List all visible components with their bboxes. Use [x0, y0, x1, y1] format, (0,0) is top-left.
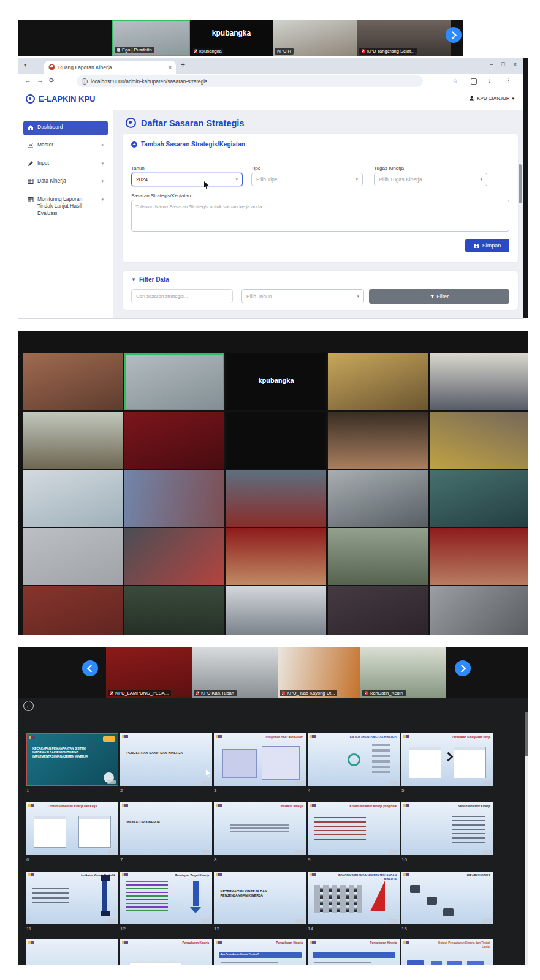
video-tile[interactable] [328, 470, 428, 527]
slide-thumbnail[interactable]: Penetapan Target Kinerja [120, 872, 212, 924]
slide-thumbnail[interactable]: Indikator Kinerja Berbalik [26, 872, 118, 924]
tugas-kinerja-select[interactable]: Pilih Tugas Kinerja▾ [374, 173, 487, 186]
video-tile[interactable] [124, 353, 224, 410]
field-label: Tahun [131, 165, 145, 171]
video-tile[interactable] [328, 528, 428, 585]
tahun-select[interactable]: 2024▾ [131, 173, 243, 186]
slide-title: Pengukuran Kinerja [241, 941, 303, 945]
new-tab-button[interactable]: + [181, 61, 185, 69]
slide-thumbnail[interactable]: HIRARKI LOGIKA [401, 872, 493, 924]
next-participants-button[interactable] [455, 660, 471, 676]
video-tile[interactable] [124, 528, 224, 585]
address-field[interactable]: i localhost:8000/admin-kabupaten/sasaran… [77, 75, 423, 87]
video-tile[interactable] [430, 353, 528, 410]
slide-thumbnail[interactable]: Contoh Perbedaan Kinerja dan Kerja [26, 802, 118, 855]
video-tile[interactable] [23, 470, 123, 527]
prev-participants-button[interactable] [82, 660, 98, 676]
participant-tile[interactable]: KPU_ Kab Kayong Ut... [278, 647, 360, 698]
video-tile[interactable] [124, 412, 224, 469]
video-tile[interactable] [430, 528, 528, 585]
slide-thumbnail[interactable]: Pengukuran KinerjaApa Pengukuran Kinerja… [214, 939, 306, 965]
participant-tile[interactable]: KPU_LAMPUNG_PESA... [106, 647, 192, 698]
save-button[interactable]: Simpan [465, 239, 509, 252]
video-tile[interactable]: kpubangka [226, 353, 326, 410]
sidebar-item-input[interactable]: Input▾ [23, 157, 108, 172]
slide-thumbnail[interactable]: Indikator Kinerja [214, 802, 306, 855]
caret-down-icon: ▾ [101, 142, 104, 148]
video-tile[interactable] [124, 470, 224, 527]
video-tile[interactable] [430, 412, 528, 469]
participant-tile[interactable]: RenDatin_Kediri [360, 647, 446, 698]
video-tile[interactable] [124, 586, 224, 635]
sidebar-item-master[interactable]: Master▾ [23, 138, 108, 153]
bookmark-star-icon[interactable]: ☆ [452, 77, 458, 85]
slide-thumbnail[interactable]: KETERKAITAN KINERJA DAN PENJENJANGAN KIN… [214, 872, 306, 924]
video-tile[interactable] [226, 470, 326, 527]
slide-thumbnail[interactable]: Satuan Indikator Kinerja [401, 802, 493, 855]
tab-close-icon[interactable]: × [169, 64, 172, 70]
sidebar: DashboardMaster▾Input▾Data Kinerja▾Monit… [18, 110, 113, 318]
tab-search-icon[interactable]: ▾ [24, 62, 26, 68]
slide-thumbnail[interactable]: Output Pengukuran Kinerja dan Tindak Lan… [401, 939, 493, 965]
filter-button[interactable]: ▼ Filter [369, 289, 509, 304]
participant-tile[interactable]: KPU R [273, 20, 357, 56]
video-tile[interactable] [23, 412, 123, 469]
video-tile[interactable] [430, 470, 528, 527]
next-participants-button[interactable] [446, 27, 462, 43]
video-tile[interactable] [328, 353, 428, 410]
sorter-scrollbar[interactable] [525, 712, 528, 965]
browser-scrollbar[interactable] [519, 164, 522, 316]
account-menu[interactable]: KPU CIANJUR ▾ [469, 96, 514, 101]
video-tile[interactable] [328, 586, 428, 635]
participant-tile[interactable]: kpubangkakpubangka [190, 20, 273, 56]
tab-group-icon[interactable] [471, 78, 477, 85]
maximize-button[interactable]: □ [501, 61, 504, 67]
video-tile[interactable] [226, 412, 326, 469]
participant-tile[interactable]: Ega | Pusdatin [112, 20, 190, 56]
sidebar-item-label: Monitoring Laporan Tindak Lanjut Hasil E… [37, 196, 94, 217]
video-tile[interactable] [23, 528, 123, 585]
sidebar-item-dashboard[interactable]: Dashboard [23, 121, 108, 135]
slide-thumbnail[interactable] [26, 939, 118, 965]
scrollbar-thumb[interactable] [519, 164, 522, 203]
slide-thumbnail[interactable]: POHON KINERJA DALAM PENJENJANGAN KINERJA [308, 872, 400, 924]
minimize-button[interactable]: – [490, 61, 493, 67]
slide-number: 8 [214, 857, 216, 862]
video-tile[interactable] [226, 528, 326, 585]
video-tile[interactable] [23, 586, 123, 635]
video-tile[interactable] [328, 412, 428, 469]
slide-thumbnail[interactable]: INDIKATOR KINERJA [120, 802, 212, 855]
site-info-icon[interactable]: i [82, 78, 88, 85]
slide-thumbnail[interactable]: PENGERTIAN SAKIP DAN KINERJA [120, 733, 212, 786]
slide-thumbnail[interactable]: Kriteria Indikator Kinerja yang Baik [308, 802, 400, 855]
slide-title: Pengukuran Kinerja [335, 941, 397, 945]
scrollbar-thumb[interactable] [525, 712, 528, 756]
close-button[interactable]: × [514, 61, 517, 67]
year-select[interactable]: Pilih Tahun ▾ [241, 289, 364, 303]
participant-tile[interactable]: KPU Kab.Tuban [192, 647, 278, 698]
kebab-menu-icon[interactable]: ⋮ [505, 77, 512, 85]
slide-thumbnail[interactable]: KECAKAPAN PEMANFAATAN SISTEM INFORMASI S… [26, 733, 118, 786]
back-icon[interactable]: ← [25, 77, 31, 85]
reload-icon[interactable]: ⟳ [49, 77, 55, 85]
pencil-icon [28, 160, 34, 168]
sidebar-item-data[interactable]: Data Kinerja▾ [23, 175, 108, 189]
participant-big-name: kpubangka [226, 377, 326, 384]
slide-thumbnail[interactable]: Pengukuran Kinerja [308, 939, 400, 965]
download-icon[interactable]: ↓ [488, 77, 492, 85]
tipe-select[interactable]: Pilih Tipe▾ [251, 173, 363, 186]
forward-icon[interactable]: → [37, 77, 44, 85]
video-tile[interactable] [226, 586, 326, 635]
video-tile[interactable] [430, 586, 528, 635]
slide-thumbnail[interactable]: Perbedaan Kinerja dan Kerja [401, 733, 493, 786]
back-button[interactable]: ← [23, 701, 34, 711]
sasaran-textarea[interactable] [131, 200, 509, 232]
slide-thumbnail[interactable]: Pengertian AKIP dan SAKIP [214, 733, 306, 786]
participant-tile[interactable]: KPU Tangerang Selat... [357, 20, 451, 56]
slide-thumbnail[interactable]: SISTEM AKUNTABILITAS KINERJA [308, 733, 400, 786]
search-input[interactable] [131, 289, 233, 303]
sidebar-item-monitoring[interactable]: Monitoring Laporan Tindak Lanjut Hasil E… [23, 193, 108, 220]
browser-tab[interactable]: Ruang Laporan Kinerja × [44, 61, 176, 74]
video-tile[interactable] [23, 353, 123, 410]
slide-thumbnail[interactable]: Pengukuran Kinerja [120, 939, 212, 965]
